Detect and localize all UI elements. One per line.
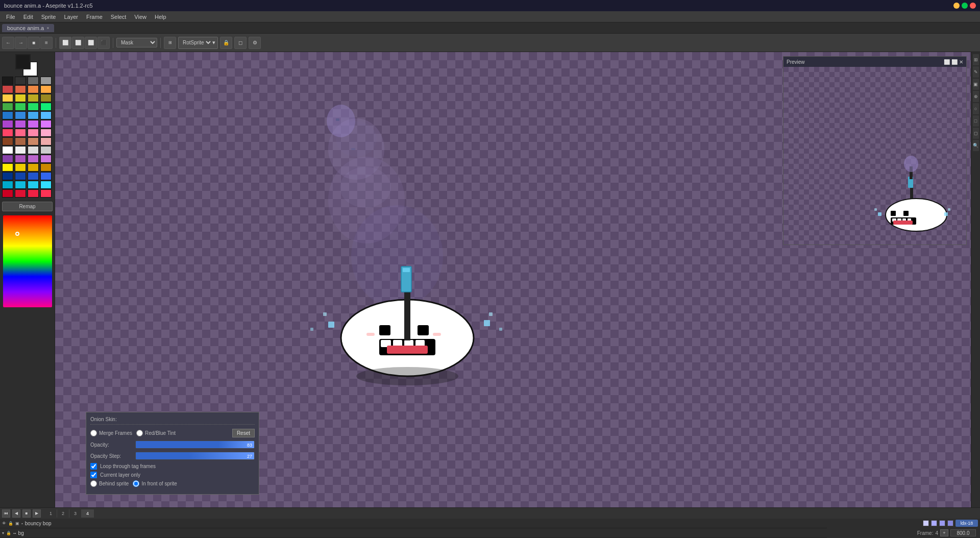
layer-color-bouncy-bop[interactable]	[923, 520, 929, 526]
gradient-picker[interactable]	[3, 215, 52, 307]
zoom-input[interactable]	[950, 529, 976, 536]
layer-bg-visibility-icon[interactable]: ▾	[2, 531, 4, 535]
color-swatch-18[interactable]	[28, 111, 39, 119]
algorithm-select[interactable]: RotSprite	[181, 39, 212, 46]
color-swatch-50[interactable]	[28, 181, 39, 189]
color-swatch-5[interactable]	[15, 85, 26, 93]
maximize-button[interactable]	[962, 3, 968, 9]
color-swatch-10[interactable]	[28, 94, 39, 102]
red-blue-tint-radio[interactable]: Red/Blue Tint	[136, 430, 176, 436]
color-swatch-8[interactable]	[2, 94, 13, 102]
color-swatch-24[interactable]	[2, 129, 13, 137]
next-frame-button[interactable]: ▶	[33, 509, 41, 518]
color-swatch-52[interactable]	[2, 189, 13, 198]
minimize-button[interactable]	[953, 3, 960, 9]
layer-visibility-icon[interactable]: 👁	[2, 521, 6, 526]
color-swatch-43[interactable]	[40, 163, 52, 172]
color-swatch-33[interactable]	[15, 146, 26, 154]
merge-frames-radio-input[interactable]	[90, 430, 97, 436]
layer-bg-lock-icon[interactable]: 🔒	[6, 531, 11, 535]
color-swatch-13[interactable]	[15, 103, 26, 111]
color-swatch-41[interactable]	[15, 163, 26, 172]
color-swatch-19[interactable]	[40, 111, 52, 119]
tab-close-icon[interactable]: ×	[46, 26, 49, 31]
close-button[interactable]	[970, 3, 976, 9]
behind-sprite-radio-input[interactable]	[90, 480, 97, 487]
foreground-color[interactable]	[15, 54, 31, 69]
right-tool-3[interactable]: ▣	[973, 79, 979, 90]
menu-tool-button[interactable]: ≡	[40, 37, 53, 49]
in-front-radio[interactable]: In front of sprite	[133, 480, 177, 487]
color-swatch-9[interactable]	[15, 94, 26, 102]
color-swatch-25[interactable]	[15, 129, 26, 137]
color-swatch-35[interactable]	[40, 146, 52, 154]
menu-view[interactable]: View	[130, 13, 151, 21]
right-tool-2[interactable]: ✎	[973, 66, 979, 78]
mode-select[interactable]: Mask	[116, 38, 157, 47]
opacity-slider[interactable]: 83	[135, 441, 255, 449]
info-btn[interactable]: ◻	[234, 37, 247, 49]
color-swatch-15[interactable]	[40, 103, 52, 111]
current-layer-checkbox[interactable]	[90, 472, 97, 478]
color-swatch-7[interactable]	[40, 85, 52, 93]
color-swatch-40[interactable]	[2, 163, 13, 172]
color-swatch-11[interactable]	[40, 94, 52, 102]
settings-btn[interactable]: ⚙	[249, 37, 261, 49]
color-swatch-39[interactable]	[40, 155, 52, 163]
menu-help[interactable]: Help	[151, 13, 170, 21]
layer-color-bouncy-bop-3[interactable]	[939, 520, 945, 526]
frame-minus-button[interactable]: +	[940, 529, 948, 536]
layer-bg-dot-icon[interactable]: ••	[13, 531, 16, 535]
color-swatch-31[interactable]	[40, 137, 52, 145]
color-swatch-3[interactable]	[40, 77, 52, 85]
color-swatch-21[interactable]	[15, 120, 26, 128]
color-swatch-20[interactable]	[2, 120, 13, 128]
stop-button[interactable]: ■	[22, 509, 31, 518]
color-swatch-53[interactable]	[15, 189, 26, 198]
color-swatch-44[interactable]	[2, 172, 13, 180]
color-swatch-38[interactable]	[28, 155, 39, 163]
opacity-step-slider-wrapper[interactable]: 27	[135, 452, 255, 460]
color-swatch-36[interactable]	[2, 155, 13, 163]
menu-frame[interactable]: Frame	[82, 13, 107, 21]
loop-through-checkbox[interactable]	[90, 463, 97, 470]
layer-idx-bouncy-bop[interactable]: ldx-18	[955, 520, 978, 527]
next-tool-button[interactable]: →	[15, 37, 27, 49]
color-swatch-42[interactable]	[28, 163, 39, 172]
right-tool-8[interactable]: 🔍	[973, 140, 979, 151]
grid-btn-1[interactable]: ⊞	[164, 37, 176, 49]
preview-titlebar[interactable]: Preview ⬜ ⬜ ✕	[783, 57, 966, 67]
color-swatch-17[interactable]	[15, 111, 26, 119]
color-swatch-23[interactable]	[40, 120, 52, 128]
color-swatch-2[interactable]	[28, 77, 39, 85]
select-tool-1[interactable]: ⬜	[59, 37, 71, 49]
preview-restore-icon[interactable]: ⬜	[944, 59, 950, 65]
color-swatch-28[interactable]	[2, 137, 13, 145]
color-swatch-14[interactable]	[28, 103, 39, 111]
color-swatch-6[interactable]	[28, 85, 39, 93]
color-swatch-1[interactable]	[15, 77, 26, 85]
menu-file[interactable]: File	[2, 13, 19, 21]
color-swatch-22[interactable]	[28, 120, 39, 128]
color-swatch-55[interactable]	[40, 189, 52, 198]
lock-btn[interactable]: 🔒	[220, 37, 232, 49]
menu-edit[interactable]: Edit	[19, 13, 37, 21]
select-tool-4[interactable]: ⬛	[97, 37, 110, 49]
stop-tool-button[interactable]: ■	[28, 37, 40, 49]
color-swatch-26[interactable]	[28, 129, 39, 137]
layer-extra-icon[interactable]: •	[21, 521, 23, 526]
right-tool-5[interactable]: ○	[973, 103, 979, 114]
behind-sprite-radio[interactable]: Behind sprite	[90, 480, 129, 487]
color-swatch-49[interactable]	[15, 181, 26, 189]
right-tool-6[interactable]: □	[973, 115, 979, 127]
reset-button[interactable]: Reset	[232, 429, 255, 437]
color-swatch-12[interactable]	[2, 103, 13, 111]
menu-sprite[interactable]: Sprite	[37, 13, 60, 21]
right-tool-7[interactable]: ◻	[973, 128, 979, 139]
color-swatch-32[interactable]	[2, 146, 13, 154]
layer-color-bouncy-bop-2[interactable]	[931, 520, 937, 526]
remap-button[interactable]: Remap	[2, 202, 53, 211]
preview-close-icon[interactable]: ✕	[959, 59, 963, 65]
prev-frame-button[interactable]: ◀	[12, 509, 20, 518]
select-tool-3[interactable]: ⬜	[85, 37, 97, 49]
